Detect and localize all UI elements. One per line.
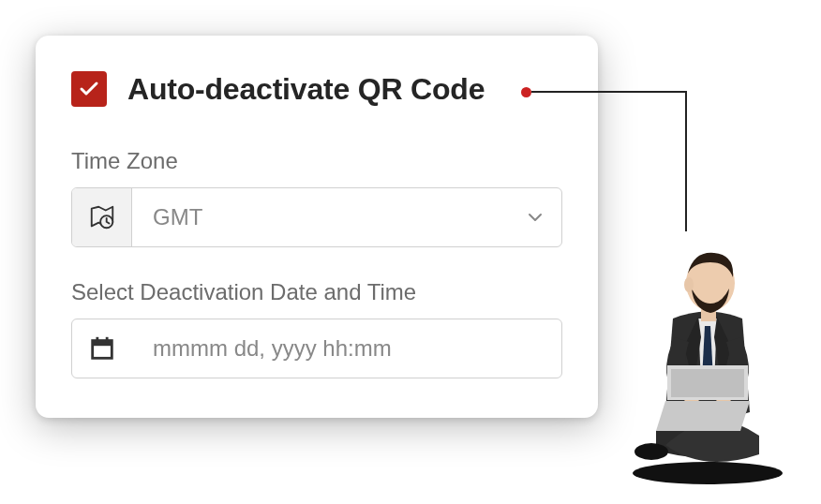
svg-point-5 (633, 462, 783, 484)
timezone-field: Time Zone GMT (71, 148, 562, 247)
timezone-label: Time Zone (71, 148, 562, 174)
datetime-placeholder: mmmm dd, yyyy hh:mm (132, 319, 561, 378)
datetime-icon-box (72, 319, 132, 378)
datetime-label: Select Deactivation Date and Time (71, 279, 562, 305)
timezone-icon-box (72, 188, 132, 246)
callout-line-h (531, 91, 687, 93)
person-illustration (600, 215, 815, 487)
svg-point-12 (684, 277, 694, 292)
auto-deactivate-checkbox[interactable] (71, 71, 107, 107)
chevron-down-icon (526, 208, 545, 227)
card-title: Auto-deactivate QR Code (127, 72, 485, 107)
svg-rect-2 (93, 341, 112, 347)
calendar-icon (88, 334, 116, 363)
timezone-value: GMT (132, 188, 509, 246)
svg-point-6 (634, 443, 668, 460)
timezone-chevron (509, 188, 561, 246)
check-icon (78, 78, 100, 100)
callout-line-v (685, 91, 687, 231)
timezone-icon (88, 203, 116, 231)
auto-deactivate-card: Auto-deactivate QR Code Time Zone GMT Se… (36, 36, 598, 418)
datetime-input[interactable]: mmmm dd, yyyy hh:mm (71, 319, 562, 378)
callout-dot (521, 87, 531, 97)
card-header: Auto-deactivate QR Code (71, 71, 562, 107)
svg-rect-3 (96, 337, 98, 343)
svg-rect-4 (106, 337, 109, 343)
timezone-select[interactable]: GMT (71, 187, 562, 247)
datetime-field: Select Deactivation Date and Time mmmm d… (71, 279, 562, 378)
svg-rect-9 (671, 369, 744, 397)
